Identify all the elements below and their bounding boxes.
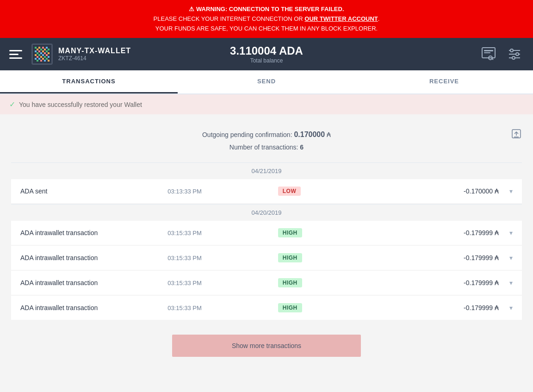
svg-point-42	[512, 56, 515, 59]
wallet-name: MANY-TX-WALLET	[58, 47, 131, 55]
main-content: Outgoing pending confirmation: 0.170000 …	[0, 114, 533, 380]
menu-icon[interactable]	[9, 46, 26, 62]
warning-line2: PLEASE CHECK YOUR INTERNET CONNECTION OR…	[9, 14, 524, 24]
show-more-button[interactable]: Show more transactions	[172, 335, 361, 357]
svg-rect-32	[48, 60, 50, 62]
tx-name: ADA intrawallet transaction	[20, 254, 167, 261]
tx-badge-high: HIGH	[278, 228, 302, 237]
tab-receive[interactable]: RECEIVE	[355, 70, 533, 93]
svg-rect-22	[40, 56, 42, 58]
tx-badge-container: HIGH	[278, 278, 352, 287]
svg-rect-26	[38, 58, 40, 60]
svg-rect-2	[38, 47, 40, 49]
twitter-link[interactable]: OUR TWITTER ACCOUNT	[304, 15, 378, 22]
table-row[interactable]: ADA intrawallet transaction 03:15:33 PM …	[11, 296, 522, 320]
svg-rect-1	[35, 47, 37, 49]
svg-rect-5	[37, 49, 38, 50]
tx-name: ADA intrawallet transaction	[20, 304, 167, 311]
svg-rect-21	[37, 56, 38, 58]
success-icon: ✓	[9, 100, 15, 109]
tx-count: 6	[300, 143, 304, 151]
pending-info: Outgoing pending confirmation: 0.170000 …	[11, 124, 522, 162]
svg-rect-14	[40, 52, 42, 54]
show-more-wrapper: Show more transactions	[11, 321, 522, 371]
tx-amount: -0.179999 ₳	[352, 229, 499, 236]
tx-amount: -0.170000 ₳	[352, 187, 499, 195]
chevron-down-icon: ▾	[499, 304, 513, 311]
filter-settings-icon[interactable]	[505, 45, 524, 63]
chevron-down-icon: ▾	[499, 187, 513, 195]
chevron-down-icon: ▾	[499, 254, 513, 261]
svg-rect-29	[37, 60, 38, 62]
svg-rect-27	[42, 58, 44, 60]
table-row[interactable]: ADA intrawallet transaction 03:15:33 PM …	[11, 221, 522, 245]
tx-badge-container: HIGH	[278, 228, 352, 237]
tx-name: ADA intrawallet transaction	[20, 229, 167, 236]
tx-count-line: Number of transactions: 6	[11, 142, 522, 153]
tab-bar: TRANSACTIONS SEND RECEIVE	[0, 70, 533, 94]
tx-time: 03:15:33 PM	[167, 280, 278, 286]
warning-banner: ⚠ WARNING: CONNECTION TO THE SERVER FAIL…	[0, 0, 533, 38]
app-header: MANY-TX-WALLET ZKTZ-4614 3.110004 ADA To…	[0, 38, 533, 70]
svg-rect-28	[46, 58, 48, 60]
tx-badge-high: HIGH	[278, 278, 302, 287]
table-row[interactable]: ADA sent 03:13:33 PM LOW -0.170000 ₳ ▾	[11, 179, 522, 203]
svg-rect-23	[44, 56, 46, 58]
svg-rect-16	[48, 52, 50, 54]
tx-amount: -0.179999 ₳	[352, 304, 499, 311]
tx-badge-container: HIGH	[278, 253, 352, 262]
warning-title: ⚠ WARNING: CONNECTION TO THE SERVER FAIL…	[9, 5, 524, 14]
header-center: 3.110004 ADA Total balance	[181, 44, 353, 64]
svg-rect-25	[35, 58, 37, 60]
tx-amount: -0.179999 ₳	[352, 279, 499, 286]
tx-badge-high: HIGH	[278, 253, 302, 262]
svg-rect-7	[44, 49, 46, 50]
svg-rect-18	[38, 54, 40, 56]
svg-rect-15	[44, 52, 46, 54]
svg-rect-4	[46, 47, 48, 49]
svg-point-40	[510, 49, 513, 52]
table-row[interactable]: ADA intrawallet transaction 03:15:33 PM …	[11, 246, 522, 270]
svg-rect-8	[48, 49, 50, 50]
tx-name: ADA intrawallet transaction	[20, 279, 167, 286]
svg-point-41	[516, 53, 519, 56]
pending-amount: 0.170000	[294, 131, 325, 138]
svg-rect-34	[484, 50, 493, 51]
tx-badge-low: LOW	[278, 187, 301, 196]
tx-amount: -0.179999 ₳	[352, 254, 499, 261]
svg-rect-17	[35, 54, 37, 56]
success-banner: ✓ You have successfully restored your Wa…	[0, 94, 533, 114]
export-button[interactable]	[511, 128, 522, 142]
warning-line3: YOUR FUNDS ARE SAFE, YOU CAN CHECK THEM …	[9, 24, 524, 34]
date-separator-2: 04/20/2019	[11, 204, 522, 221]
svg-rect-20	[46, 54, 48, 56]
tab-send[interactable]: SEND	[178, 70, 355, 93]
svg-rect-35	[484, 52, 490, 53]
svg-rect-13	[37, 52, 38, 54]
tab-transactions[interactable]: TRANSACTIONS	[0, 70, 178, 93]
date-separator-1: 04/21/2019	[11, 162, 522, 179]
wallet-id: ZKTZ-4614	[58, 55, 131, 62]
svg-rect-24	[48, 56, 50, 58]
svg-rect-12	[46, 50, 48, 52]
header-right	[352, 45, 524, 63]
svg-rect-3	[42, 47, 44, 49]
wallet-avatar	[31, 44, 53, 65]
svg-rect-11	[42, 50, 44, 52]
balance-label: Total balance	[181, 57, 353, 64]
tx-time: 03:15:33 PM	[167, 230, 278, 236]
tx-name: ADA sent	[20, 187, 167, 195]
tx-badge-container: LOW	[278, 187, 352, 196]
svg-rect-31	[44, 60, 46, 62]
tx-badge-container: HIGH	[278, 303, 352, 312]
tx-time: 03:13:33 PM	[167, 188, 278, 195]
svg-rect-30	[40, 60, 42, 62]
tx-time: 03:15:33 PM	[167, 305, 278, 311]
wallet-info: MANY-TX-WALLET ZKTZ-4614	[58, 47, 131, 62]
header-left: MANY-TX-WALLET ZKTZ-4614	[9, 44, 181, 65]
svg-rect-10	[38, 50, 40, 52]
wallet-settings-icon[interactable]	[479, 45, 498, 63]
table-row[interactable]: ADA intrawallet transaction 03:15:33 PM …	[11, 271, 522, 295]
tx-time: 03:15:33 PM	[167, 255, 278, 261]
tx-badge-high: HIGH	[278, 303, 302, 312]
